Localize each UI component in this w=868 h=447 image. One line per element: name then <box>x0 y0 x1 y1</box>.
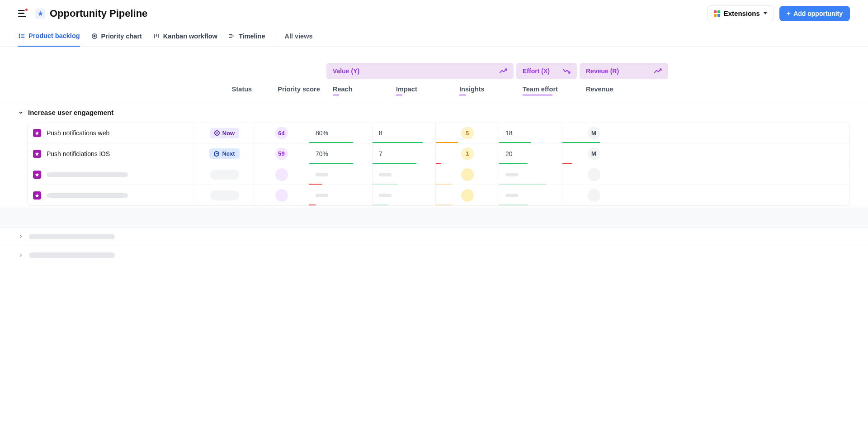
revenue-value: M <box>588 127 600 139</box>
tab-separator <box>276 32 276 41</box>
svg-point-3 <box>19 34 19 34</box>
chevron-right-icon <box>18 252 24 258</box>
skeleton-text <box>379 173 392 176</box>
skeleton-circle <box>461 168 474 181</box>
col-revenue: Revenue <box>580 86 643 95</box>
add-opportunity-button[interactable]: + Add opportunity <box>779 6 850 21</box>
tab-product-backlog[interactable]: Product backlog <box>18 28 80 47</box>
col-impact: Impact <box>390 86 453 95</box>
table-row[interactable]: Push notifications web Now 64 80% 8 5 18… <box>27 123 850 143</box>
notification-dot <box>24 8 28 12</box>
reach-value: 80% <box>316 129 328 137</box>
group-header-engagement[interactable]: Increase user engagement <box>0 102 868 123</box>
row-title-text: Push notifications web <box>47 129 109 137</box>
reach-value: 70% <box>316 150 328 157</box>
filter-effort[interactable]: Effort (X) <box>516 63 577 79</box>
plus-icon: + <box>787 10 791 17</box>
skeleton-text <box>505 173 518 176</box>
filter-value[interactable]: Value (Y) <box>326 63 514 79</box>
status-badge[interactable]: Now <box>210 128 239 138</box>
table-row-skeleton <box>27 164 850 185</box>
skeleton-badge <box>210 170 239 180</box>
tab-all-views[interactable]: All views <box>284 28 312 46</box>
effort-value: 20 <box>505 150 513 157</box>
trend-up-icon <box>499 68 507 74</box>
target-icon <box>91 33 98 40</box>
status-dot-icon <box>214 130 220 136</box>
skeleton-circle <box>275 168 288 181</box>
list-icon <box>18 32 25 39</box>
svg-point-5 <box>19 37 19 38</box>
menu-icon[interactable] <box>18 10 27 17</box>
grid-icon <box>714 10 720 17</box>
impact-value: 8 <box>379 129 382 137</box>
star-icon <box>33 129 41 137</box>
col-priority: Priority score <box>271 86 326 95</box>
svg-point-7 <box>94 35 95 37</box>
table-row-skeleton <box>27 185 850 206</box>
skeleton-circle <box>461 189 474 202</box>
insights-value: 5 <box>461 127 474 139</box>
status-dot-icon <box>214 151 219 157</box>
skeleton-text <box>505 194 518 197</box>
extensions-label: Extensions <box>724 10 760 17</box>
impact-value: 7 <box>379 150 382 157</box>
svg-point-4 <box>19 35 19 36</box>
skeleton-text <box>29 234 115 239</box>
filter-revenue[interactable]: Reveue (R) <box>580 63 668 79</box>
star-icon <box>33 150 41 158</box>
skeleton-circle <box>588 189 600 202</box>
skeleton-badge <box>210 190 239 200</box>
skeleton-circle <box>275 189 288 202</box>
skeleton-text <box>47 172 128 177</box>
col-reach: Reach <box>326 86 390 95</box>
col-status: Status <box>212 86 271 95</box>
priority-score: 59 <box>275 147 288 160</box>
caret-down-icon <box>764 12 767 14</box>
trend-up-icon <box>654 68 662 74</box>
star-icon <box>33 171 41 179</box>
effort-value: 18 <box>505 129 513 137</box>
star-icon <box>33 191 41 200</box>
tab-priority-chart[interactable]: Priority chart <box>91 28 142 46</box>
skeleton-text <box>316 194 328 197</box>
tab-timeline[interactable]: Timeline <box>228 28 265 46</box>
trend-down-icon <box>562 68 571 74</box>
kanban-icon <box>153 33 160 40</box>
timeline-icon <box>228 33 236 40</box>
revenue-value: M <box>588 147 600 160</box>
status-badge[interactable]: Next <box>209 148 239 159</box>
insights-value: 1 <box>461 147 474 160</box>
skeleton-text <box>316 173 328 176</box>
chevron-right-icon <box>18 234 24 239</box>
skeleton-text <box>29 252 115 258</box>
skeleton-text <box>47 193 128 198</box>
skeleton-text <box>379 194 392 197</box>
tab-kanban-workflow[interactable]: Kanban workflow <box>153 28 217 46</box>
col-insights: Insights <box>453 86 516 95</box>
priority-score: 64 <box>275 127 288 139</box>
collapsed-group-1[interactable] <box>0 227 868 246</box>
row-title-text: Push notificiations iOS <box>47 150 110 157</box>
chevron-down-icon <box>18 110 24 115</box>
table-row[interactable]: Push notificiations iOS Next 59 70% 7 1 … <box>27 143 850 164</box>
extensions-button[interactable]: Extensions <box>707 5 774 21</box>
group-title: Increase user engagement <box>28 109 113 116</box>
col-team-effort: Team effort <box>516 86 580 95</box>
star-badge-icon[interactable] <box>35 9 45 19</box>
skeleton-circle <box>588 168 600 181</box>
add-opportunity-label: Add opportunity <box>793 10 843 17</box>
collapsed-group-2[interactable] <box>0 246 868 264</box>
page-title: Opportunity Pipeline <box>50 8 147 19</box>
